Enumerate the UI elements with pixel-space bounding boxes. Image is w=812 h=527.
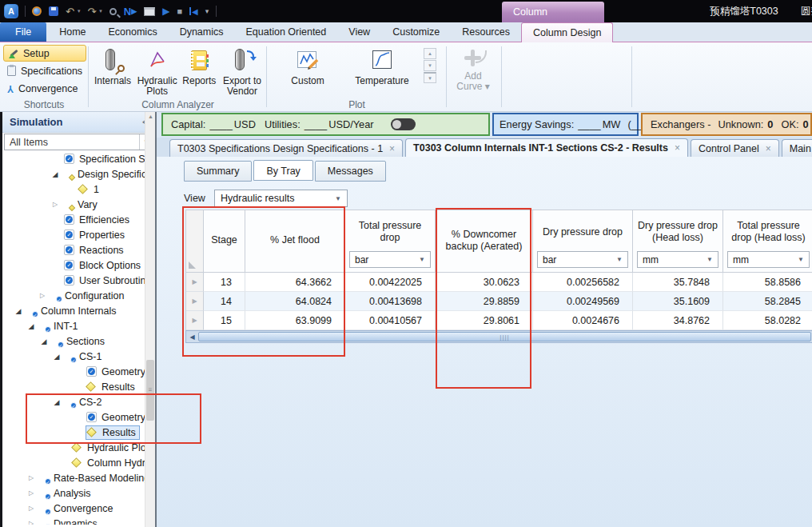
tree-item-cs-2[interactable]: ◢✓CS-2 <box>2 394 155 409</box>
save-icon[interactable] <box>49 4 58 18</box>
close-icon[interactable]: × <box>389 143 395 154</box>
redo-dropdown-icon[interactable]: ▾ <box>99 8 102 14</box>
column-header-dry-pressure-drop[interactable]: Dry pressure dropbar▼ <box>533 210 633 273</box>
ribbon-tab-equation-oriented[interactable]: Equation Oriented <box>235 22 338 42</box>
unit-dropdown[interactable]: mm▼ <box>637 251 718 268</box>
expander-closed-icon[interactable]: ▷ <box>25 520 38 525</box>
internals-button[interactable]: Internals <box>91 46 134 86</box>
expander-open-icon[interactable]: ◢ <box>12 307 25 315</box>
tree-item-design-specifications[interactable]: ◢Design Specifications <box>2 166 155 182</box>
expander-closed-icon[interactable]: ▷ <box>25 489 38 497</box>
table-cell[interactable]: 0.00422025 <box>345 273 436 292</box>
expander-closed-icon[interactable]: ▷ <box>49 201 62 208</box>
row-selector[interactable]: ▶ <box>186 292 204 311</box>
tree-filter-dropdown[interactable]: All Items ▼ <box>4 134 153 150</box>
expander-open-icon[interactable]: ◢ <box>50 398 63 406</box>
temperature-plot-button[interactable]: Temperature <box>345 46 419 86</box>
tree-item-specification-summary[interactable]: ✓Specification Summary <box>2 151 155 166</box>
expander-closed-icon[interactable]: ▷ <box>25 474 38 481</box>
tree-item-results[interactable]: Results <box>2 379 155 394</box>
column-header-total-pressure-drop-head-loss[interactable]: Total pressure drop (Head loss)mm▼ <box>723 210 812 273</box>
unit-dropdown[interactable]: bar▼ <box>349 251 431 268</box>
column-header-downcomer-backup-aerated[interactable]: % Downcomer backup (Aerated) <box>436 210 533 273</box>
app-logo-icon[interactable]: A <box>4 4 18 18</box>
table-cell[interactable]: 14 <box>204 292 245 311</box>
ribbon-tab-resources[interactable]: Resources <box>451 22 521 42</box>
expander-open-icon[interactable]: ◢ <box>50 353 63 361</box>
column-header-stage[interactable]: Stage <box>204 210 245 273</box>
document-tab-t0303-specifications-design-specifications-1[interactable]: T0303 Specifications Design Specificatio… <box>169 139 403 157</box>
economics-toggle[interactable] <box>391 118 416 130</box>
flowsheet-window-icon[interactable] <box>144 4 155 18</box>
expander-open-icon[interactable]: ◢ <box>38 337 50 345</box>
tab-messages[interactable]: Messages <box>315 161 386 182</box>
tree-item-vary[interactable]: ▷Vary <box>2 197 155 212</box>
export-to-vendor-button[interactable]: Export to Vendor <box>219 46 265 97</box>
scroll-left-icon[interactable]: ◀ <box>186 333 198 341</box>
tree-scrollbar[interactable]: ▲ ≡ <box>145 112 155 527</box>
tree-item-rate-based-modeling[interactable]: ▷✓Rate-Based Modeling <box>2 470 155 485</box>
table-cell[interactable]: 0.0024676 <box>533 311 633 330</box>
document-tab-t0303-column-internals-int-1-sections-cs-2-results[interactable]: T0303 Column Internals INT-1 Sections CS… <box>405 138 688 157</box>
hydraulic-plots-button[interactable]: Hydraulic Plots <box>135 46 180 97</box>
tree-item-user-subroutines[interactable]: ✓User Subroutines <box>2 273 155 288</box>
tree-item-dynamics[interactable]: ▷✓Dynamics <box>2 516 155 525</box>
gallery-more-icon[interactable]: ▾ <box>424 72 436 83</box>
next-input-icon[interactable]: N▶ <box>124 4 137 18</box>
table-cell[interactable]: 63.9099 <box>245 311 345 330</box>
tree-item-column-hydraulics[interactable]: Column Hydraulics <box>2 455 155 470</box>
scroll-up-icon[interactable]: ▲ <box>145 114 156 119</box>
redo-icon[interactable]: ↷ <box>87 4 96 18</box>
tree-item-configuration[interactable]: ▷✓Configuration <box>2 288 155 303</box>
toolbar-overflow-icon[interactable]: ▾ <box>205 4 209 18</box>
table-corner-cell[interactable] <box>186 210 204 273</box>
gallery-down-icon[interactable]: ▾ <box>424 60 436 71</box>
tree-item-results[interactable]: Results <box>2 425 155 440</box>
table-cell[interactable]: 0.00413698 <box>345 292 436 311</box>
ribbon-tab-view[interactable]: View <box>337 22 381 42</box>
table-cell[interactable]: 58.2845 <box>723 292 812 311</box>
tree-item-cs-1[interactable]: ◢✓CS-1 <box>2 349 155 364</box>
table-cell[interactable]: 30.0623 <box>436 273 533 292</box>
table-cell[interactable]: 29.8859 <box>436 292 533 311</box>
tree-item-geometry[interactable]: ✓Geometry <box>2 409 155 425</box>
column-header-dry-pressure-drop-head-loss[interactable]: Dry pressure drop (Head loss)mm▼ <box>633 210 723 273</box>
document-tab-main-flowsheet[interactable]: Main Flowsheet× <box>782 139 812 157</box>
unit-dropdown[interactable]: bar▼ <box>537 251 628 268</box>
expander-closed-icon[interactable]: ▷ <box>25 505 38 512</box>
undo-dropdown-icon[interactable]: ▾ <box>78 8 81 14</box>
ribbon-tab-home[interactable]: Home <box>48 22 97 42</box>
reports-button[interactable]: Reports <box>180 46 218 86</box>
tree-item-geometry[interactable]: ✓Geometry <box>2 364 155 379</box>
convergence-button[interactable]: YConvergence <box>3 80 86 97</box>
expander-closed-icon[interactable]: ▷ <box>36 292 49 299</box>
document-tab-control-panel[interactable]: Control Panel× <box>691 139 779 157</box>
close-icon[interactable]: × <box>675 142 680 154</box>
tree-item-convergence[interactable]: ▷✓Convergence <box>2 501 155 516</box>
solver-sphere-icon[interactable] <box>32 4 42 18</box>
tree-scrollbar-thumb[interactable]: ≡ <box>146 360 154 421</box>
tab-summary[interactable]: Summary <box>184 161 252 182</box>
table-cell[interactable]: 0.00410567 <box>345 311 436 330</box>
table-cell[interactable]: 58.0282 <box>723 311 812 330</box>
expander-open-icon[interactable]: ◢ <box>25 322 38 330</box>
table-cell[interactable]: 13 <box>204 273 245 292</box>
ribbon-tab-file[interactable]: File <box>0 22 46 42</box>
search-model-icon[interactable] <box>109 4 117 18</box>
tree-item-1[interactable]: 1 <box>2 182 155 197</box>
tree-item-hydraulic-plots[interactable]: Hydraulic Plots <box>2 440 155 455</box>
scrollbar-thumb[interactable]: |||| <box>198 332 811 341</box>
setup-button[interactable]: Setup <box>3 45 86 62</box>
run-icon[interactable]: ▶ <box>162 4 169 18</box>
table-cell[interactable]: 35.7848 <box>633 273 723 292</box>
gallery-up-icon[interactable]: ▴ <box>424 48 436 59</box>
close-icon[interactable]: × <box>766 143 771 154</box>
table-horizontal-scrollbar[interactable]: ◀|||| <box>185 330 812 343</box>
table-cell[interactable]: 34.8762 <box>633 311 723 330</box>
step-back-icon[interactable]: ◀ <box>189 4 198 18</box>
tree-item-analysis[interactable]: ▷✓Analysis <box>2 485 155 501</box>
undo-icon[interactable]: ↶ <box>66 4 74 18</box>
ribbon-tab-dynamics[interactable]: Dynamics <box>169 22 235 42</box>
specifications-button[interactable]: Specifications <box>3 62 86 79</box>
table-cell[interactable]: 64.3662 <box>245 273 345 292</box>
